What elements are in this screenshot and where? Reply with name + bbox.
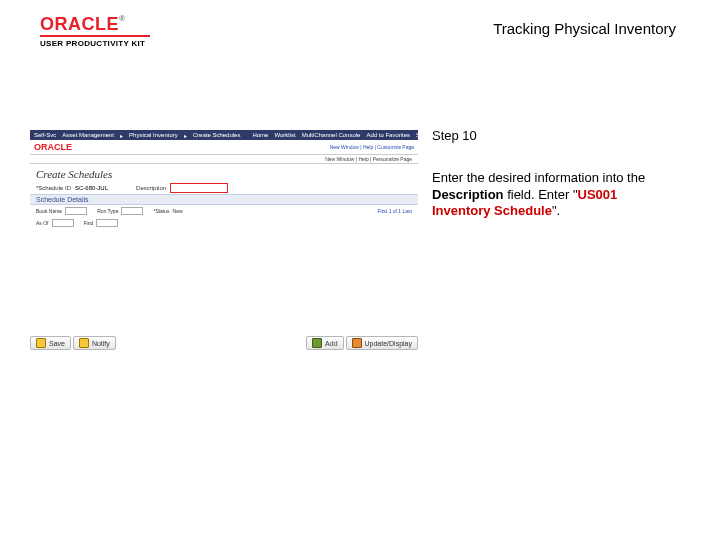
nav-sep: ▸ — [120, 132, 123, 139]
app-brand-links[interactable]: New Window | Help | Customize Page — [330, 144, 414, 150]
status-value: New — [173, 208, 183, 214]
add-label: Add — [325, 340, 337, 347]
add-button[interactable]: Add — [306, 336, 343, 350]
nav-link[interactable]: MultiChannel Console — [302, 132, 361, 138]
instruction-text: Enter the desired information into the D… — [432, 170, 672, 219]
app-screenshot: Self-Svc Asset Management ▸ Physical Inv… — [30, 130, 418, 330]
nav-link[interactable]: Home — [252, 132, 268, 138]
instruction-post: ". — [552, 203, 560, 218]
details-grid-2: As Of Find — [30, 217, 418, 229]
brand-subtitle: USER PRODUCTIVITY KIT — [40, 39, 150, 48]
grid-label: Find — [84, 220, 94, 226]
app-brand-name: ORACLE — [34, 142, 72, 152]
grid-label: Book Name — [36, 208, 62, 214]
asof-field[interactable] — [52, 219, 74, 227]
grid-nav[interactable]: First 1 of 1 Last — [378, 208, 412, 214]
app-user-row[interactable]: New Window | Help | Personalize Page — [30, 154, 418, 164]
left-button-group: Save Notify — [30, 336, 116, 350]
schedule-id-value: SC-680-JUL — [75, 185, 108, 191]
nav-crumb[interactable]: Create Schedules — [193, 132, 241, 138]
app-page-title: Create Schedules — [30, 164, 418, 182]
app-brand-row: ORACLE New Window | Help | Customize Pag… — [30, 140, 418, 154]
instruction-fieldname: Description — [432, 187, 504, 202]
step-label: Step 10 — [432, 128, 672, 144]
brand-block: ORACLE® USER PRODUCTIVITY KIT — [40, 14, 150, 48]
app-field-row: *Schedule ID SC-680-JUL Description — [30, 182, 418, 194]
nav-crumb[interactable]: Self-Svc — [34, 132, 56, 138]
app-nav-bar: Self-Svc Asset Management ▸ Physical Inv… — [30, 130, 418, 140]
schedule-id-label: *Schedule ID — [36, 185, 71, 191]
nav-link[interactable]: Worklist — [274, 132, 295, 138]
app-footer-buttons: Save Notify Add Update/Display — [30, 336, 418, 350]
description-field[interactable] — [170, 183, 228, 193]
grid-label: *Status — [153, 208, 169, 214]
add-icon — [312, 338, 322, 348]
nav-sep: ▸ — [184, 132, 187, 139]
instruction-pre: Enter the desired information into the — [432, 170, 645, 185]
grid-label: As Of — [36, 220, 49, 226]
save-button[interactable]: Save — [30, 336, 71, 350]
nav-crumb[interactable]: Physical Inventory — [129, 132, 178, 138]
nav-link[interactable]: Sign out — [416, 132, 438, 138]
save-icon — [36, 338, 46, 348]
details-grid: Book Name Run Type *StatusNew First 1 of… — [30, 205, 418, 217]
page-header: ORACLE® USER PRODUCTIVITY KIT Tracking P… — [40, 14, 680, 54]
notify-button[interactable]: Notify — [73, 336, 116, 350]
section-header: Schedule Details — [30, 194, 418, 205]
document-title: Tracking Physical Inventory — [493, 20, 676, 37]
nav-link[interactable]: Add to Favorites — [366, 132, 410, 138]
instruction-mid: field. Enter " — [504, 187, 578, 202]
brand-underline — [40, 35, 150, 37]
grid-label: Run Type — [97, 208, 118, 214]
description-label: Description — [136, 185, 166, 191]
update-icon — [352, 338, 362, 348]
update-button[interactable]: Update/Display — [346, 336, 418, 350]
find-field[interactable] — [96, 219, 118, 227]
brand-name: ORACLE — [40, 14, 119, 35]
update-label: Update/Display — [365, 340, 412, 347]
notify-icon — [79, 338, 89, 348]
right-button-group: Add Update/Display — [306, 336, 418, 350]
notify-label: Notify — [92, 340, 110, 347]
save-label: Save — [49, 340, 65, 347]
run-type-field[interactable] — [121, 207, 143, 215]
brand-tm: ® — [119, 14, 125, 23]
instruction-panel: Step 10 Enter the desired information in… — [432, 128, 672, 219]
book-name-field[interactable] — [65, 207, 87, 215]
nav-crumb[interactable]: Asset Management — [62, 132, 114, 138]
